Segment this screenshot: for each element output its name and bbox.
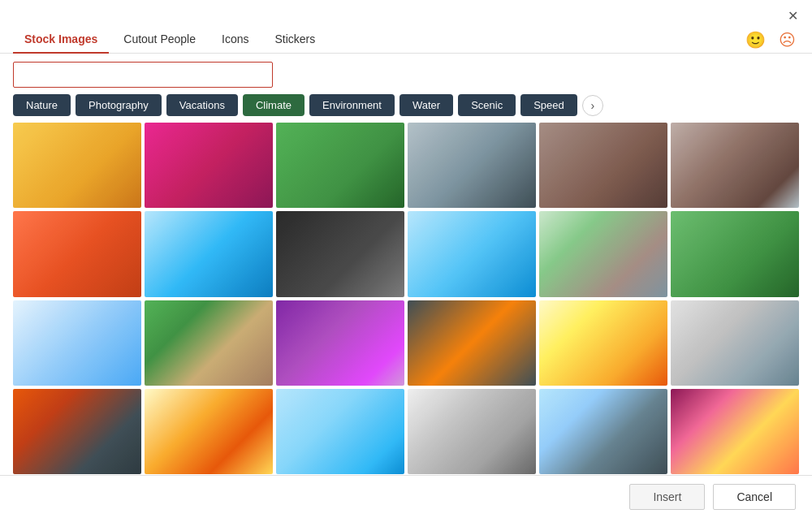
- close-icon: ✕: [788, 8, 798, 24]
- tab-stickers[interactable]: Stickers: [263, 26, 326, 54]
- tab-icons[interactable]: Icons: [210, 26, 260, 54]
- insert-button[interactable]: Insert: [629, 484, 705, 510]
- stock-images-dialog: ✕ Stock Images Cutout People Icons Stick…: [0, 0, 812, 518]
- image-cat[interactable]: [145, 300, 273, 386]
- image-bird[interactable]: [671, 123, 799, 208]
- image-sailboat[interactable]: [276, 389, 404, 474]
- image-woodwork[interactable]: [539, 123, 667, 208]
- image-peas[interactable]: [671, 211, 799, 296]
- image-bokeh[interactable]: [276, 300, 404, 386]
- image-swan[interactable]: [276, 211, 404, 296]
- category-photography[interactable]: Photography: [76, 94, 162, 116]
- image-lemon[interactable]: [13, 123, 141, 208]
- cancel-button[interactable]: Cancel: [713, 484, 796, 510]
- emoji-frown-button[interactable]: ☹: [775, 28, 799, 51]
- category-environment[interactable]: Environment: [309, 94, 395, 116]
- category-scenic[interactable]: Scenic: [458, 94, 516, 116]
- category-vacations[interactable]: Vacations: [166, 94, 238, 116]
- tabs-row: Stock Images Cutout People Icons Sticker…: [0, 26, 812, 54]
- image-landscape[interactable]: [539, 211, 667, 296]
- category-speed[interactable]: Speed: [520, 94, 577, 116]
- images-grid: [13, 123, 799, 474]
- tab-stock-images[interactable]: Stock Images: [13, 26, 109, 54]
- categories-next-button[interactable]: ›: [582, 95, 603, 116]
- image-bubbles[interactable]: [408, 211, 536, 296]
- emoji-smile-button[interactable]: 🙂: [742, 28, 769, 51]
- image-meeting[interactable]: [408, 389, 536, 474]
- image-flowers[interactable]: [145, 123, 273, 208]
- chevron-right-icon: ›: [590, 99, 594, 112]
- image-spiral[interactable]: [13, 211, 141, 296]
- image-people[interactable]: [539, 300, 667, 386]
- emoji-smile-icon: 🙂: [745, 31, 766, 49]
- image-sky-birds[interactable]: [13, 300, 141, 386]
- image-building[interactable]: [13, 389, 141, 474]
- images-area[interactable]: [0, 123, 812, 475]
- search-input[interactable]: [13, 62, 273, 88]
- image-tools[interactable]: [408, 123, 536, 208]
- tab-cutout-people[interactable]: Cutout People: [112, 26, 207, 54]
- image-golf[interactable]: [276, 123, 404, 208]
- close-button[interactable]: ✕: [783, 6, 802, 25]
- header-icons: 🙂 ☹: [742, 28, 799, 51]
- image-woman-bird[interactable]: [145, 389, 273, 474]
- categories-row: Nature Photography Vacations Climate Env…: [0, 94, 812, 123]
- image-city-lights[interactable]: [671, 389, 799, 474]
- image-bridge[interactable]: [539, 389, 667, 474]
- image-horses[interactable]: [671, 300, 799, 386]
- footer-row: Insert Cancel: [0, 475, 812, 518]
- title-bar: ✕: [0, 0, 812, 26]
- category-climate[interactable]: Climate: [243, 94, 304, 116]
- image-handshake[interactable]: [408, 300, 536, 386]
- search-bar-row: [0, 54, 812, 94]
- emoji-frown-icon: ☹: [779, 31, 796, 49]
- image-microscope[interactable]: [145, 211, 273, 296]
- category-water[interactable]: Water: [400, 94, 453, 116]
- category-nature[interactable]: Nature: [13, 94, 71, 116]
